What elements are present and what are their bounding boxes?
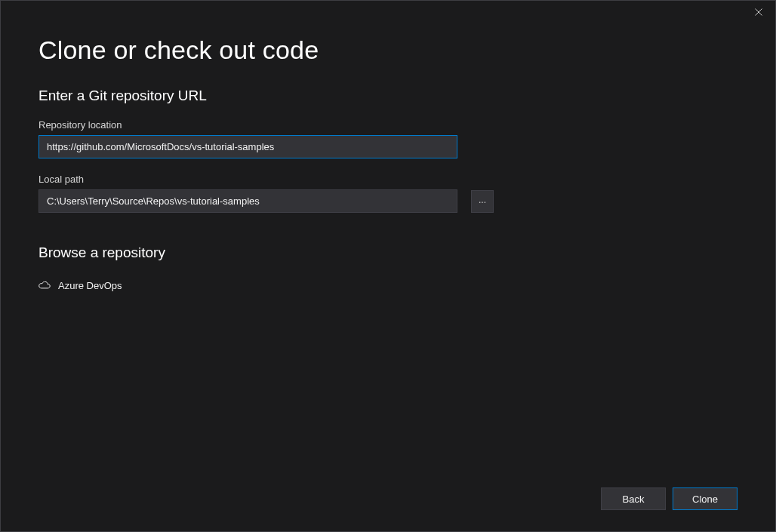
titlebar (741, 1, 775, 23)
browse-section: Browse a repository Azure DevOps (38, 244, 738, 294)
page-title: Clone or check out code (38, 35, 738, 65)
browse-folder-button[interactable]: ... (471, 190, 494, 213)
local-path-label: Local path (38, 174, 738, 185)
clone-button[interactable]: Clone (673, 487, 738, 510)
section-heading-browse: Browse a repository (38, 244, 738, 261)
back-button[interactable]: Back (601, 487, 666, 510)
repository-location-label: Repository location (38, 119, 738, 131)
section-heading-enter-url: Enter a Git repository URL (38, 88, 738, 104)
cloud-icon (38, 279, 51, 291)
repository-location-input[interactable] (38, 135, 457, 158)
close-button[interactable] (741, 1, 775, 23)
browse-item-azure-devops[interactable]: Azure DevOps (38, 276, 738, 294)
field-repository-location: Repository location (38, 119, 738, 158)
local-path-input[interactable] (38, 189, 457, 213)
browse-item-label: Azure DevOps (58, 280, 122, 291)
dialog-footer: Back Clone (601, 487, 738, 510)
dialog-content: Clone or check out code Enter a Git repo… (1, 1, 775, 294)
close-icon (755, 7, 762, 18)
field-local-path: Local path ... (38, 174, 738, 213)
